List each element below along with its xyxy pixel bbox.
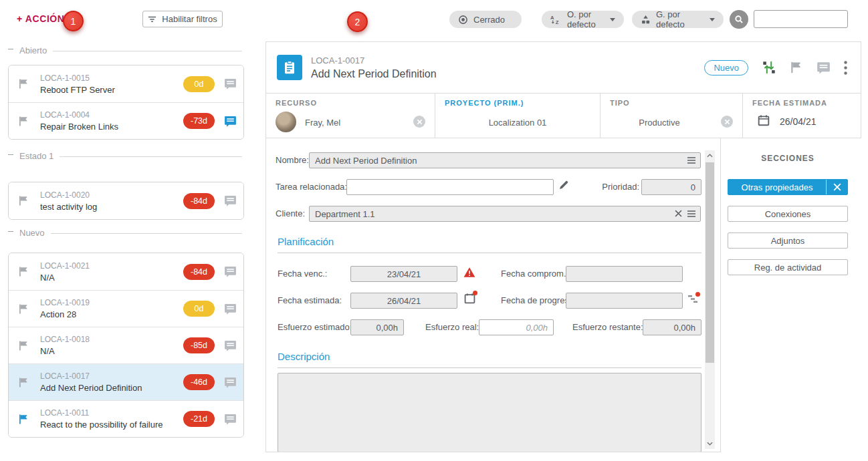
calendar-icon[interactable] [758, 114, 770, 129]
recurso-label: RECURSO [276, 99, 317, 107]
comment-icon[interactable] [224, 266, 237, 277]
comment-icon[interactable] [224, 414, 237, 425]
days-badge: -21d [183, 411, 215, 427]
alert-dot [473, 291, 477, 295]
order-dropdown[interactable]: A Z O. por defecto [542, 11, 624, 28]
flag-icon[interactable] [18, 340, 30, 351]
nombre-input[interactable] [309, 152, 701, 168]
remove-tipo-button[interactable] [721, 116, 733, 128]
flag-icon[interactable] [18, 195, 30, 206]
status-badge[interactable]: Nuevo [704, 60, 748, 75]
flag-icon[interactable] [790, 61, 803, 74]
flag-icon[interactable] [18, 303, 30, 315]
scrollbar-thumb[interactable] [706, 162, 714, 363]
comment-icon[interactable] [224, 340, 237, 351]
cliente-menu-icon[interactable] [687, 210, 696, 218]
chevron-down-icon [610, 18, 615, 21]
avatar[interactable] [276, 112, 296, 132]
comment-icon[interactable] [817, 61, 831, 74]
enable-filters-button[interactable]: Habilitar filtros [142, 11, 223, 27]
scrollbar-down-arrow[interactable] [705, 438, 715, 449]
workflow-icon[interactable] [762, 60, 776, 75]
comment-icon[interactable] [224, 377, 237, 388]
fecha-progreso-input[interactable] [566, 293, 683, 309]
list-item[interactable]: LOCA-1-0011 React to the possibility of … [9, 400, 243, 437]
section-adjuntos[interactable]: Adjuntos [728, 233, 848, 249]
list-item[interactable]: LOCA-1-0015 Reboot FTP Server 0d [9, 65, 243, 102]
scrollbar-up-arrow[interactable] [705, 150, 715, 161]
collapse-toggle[interactable] [8, 154, 13, 155]
task-id: LOCA-1-0015 [40, 73, 183, 83]
esfuerzo-real-label: Esfuerzo real: [425, 321, 479, 333]
list-item[interactable]: LOCA-1-0004 Repair Broken Links -73d [9, 102, 243, 139]
tipo-value[interactable]: Productive [601, 118, 718, 128]
clear-cliente-icon[interactable] [675, 210, 682, 217]
task-card-group: LOCA-1-0020 test activity log -84d [8, 182, 244, 220]
calendar-icon[interactable] [464, 293, 475, 304]
list-item[interactable]: LOCA-1-0020 test activity log -84d [9, 182, 243, 219]
tarea-relacionada-input[interactable] [346, 179, 554, 195]
prioridad-input[interactable] [641, 179, 701, 195]
list-item[interactable]: LOCA-1-0018 N/A -85d [9, 327, 243, 363]
eye-icon [458, 15, 468, 25]
days-badge: -84d [183, 193, 215, 209]
section-reg-actividad[interactable]: Reg. de actividad [728, 259, 848, 275]
fecha-venc-label: Fecha venc.: [278, 268, 327, 280]
comment-icon[interactable] [224, 116, 237, 127]
task-id: LOCA-1-0019 [40, 298, 183, 307]
step-badge-1: 1 [63, 11, 84, 31]
nombre-menu-icon[interactable] [687, 156, 696, 164]
esfuerzo-real-input[interactable] [479, 319, 554, 335]
section-otras-propiedades[interactable]: Otras propiedades [728, 179, 848, 195]
edit-pencil-icon[interactable] [558, 180, 569, 190]
fecha-venc-input[interactable] [350, 266, 457, 282]
fecha-comprom-input[interactable] [566, 266, 683, 282]
fecha-progreso-label: Fecha de progreso: [501, 295, 576, 307]
grouping-dropdown[interactable]: G. por defecto [632, 11, 724, 28]
group-label: Nuevo [19, 228, 45, 238]
task-text: LOCA-1-0020 test activity log [40, 190, 183, 212]
order-dropdown-label: O. por defecto [567, 9, 605, 29]
more-options-icon[interactable] [844, 61, 847, 75]
fecha-estimada-input[interactable] [350, 293, 457, 309]
list-item-selected[interactable]: LOCA-1-0017 Add Next Period Definition -… [9, 363, 243, 400]
enable-filters-label: Habilitar filtros [162, 14, 217, 24]
task-type-icon [277, 55, 302, 80]
closed-filter-toggle[interactable]: Cerrado [449, 11, 522, 28]
fecha-estimada-label: FECHA ESTIMADA [752, 99, 827, 107]
flag-icon[interactable] [18, 116, 30, 127]
descripcion-textarea[interactable] [278, 373, 701, 452]
comment-icon[interactable] [224, 195, 237, 206]
add-action-button[interactable]: + ACCIÓN [17, 13, 65, 24]
comment-icon[interactable] [224, 303, 237, 315]
scrollbar[interactable] [705, 150, 715, 449]
svg-text:Z: Z [556, 19, 559, 24]
list-item[interactable]: LOCA-1-0021 N/A -84d [9, 253, 243, 290]
flag-icon[interactable] [18, 377, 30, 388]
list-item[interactable]: LOCA-1-0019 Action 28 0d [9, 290, 243, 327]
recurso-value[interactable]: Fray, Mel [305, 118, 340, 128]
remove-recurso-button[interactable] [413, 116, 425, 128]
proyecto-value[interactable]: Localization 01 [435, 118, 600, 128]
esfuerzo-restante-input[interactable] [643, 319, 701, 335]
flag-icon[interactable] [18, 78, 30, 90]
search-input[interactable] [754, 11, 868, 27]
collapse-toggle[interactable] [8, 49, 13, 49]
task-id: LOCA-1-0018 [40, 335, 183, 344]
flag-icon[interactable] [18, 266, 30, 277]
search-button[interactable] [730, 10, 748, 29]
comment-icon[interactable] [224, 78, 237, 90]
task-title: Reboot FTP Server [40, 85, 183, 95]
search-field-wrap [754, 10, 848, 28]
collapse-toggle[interactable] [8, 231, 13, 232]
section-conexiones[interactable]: Conexiones [728, 206, 848, 222]
esfuerzo-estimado-input[interactable] [350, 319, 404, 335]
fecha-estimada-value[interactable]: 26/04/21 [780, 116, 817, 127]
flag-icon[interactable] [18, 414, 30, 425]
nombre-label: Nombre: [276, 154, 309, 166]
close-section-icon[interactable] [826, 180, 847, 194]
detail-header-actions: Nuevo [704, 60, 847, 75]
progress-steps-icon[interactable] [687, 294, 698, 304]
cliente-input[interactable] [309, 206, 701, 222]
task-id: LOCA-1-0011 [40, 408, 183, 418]
